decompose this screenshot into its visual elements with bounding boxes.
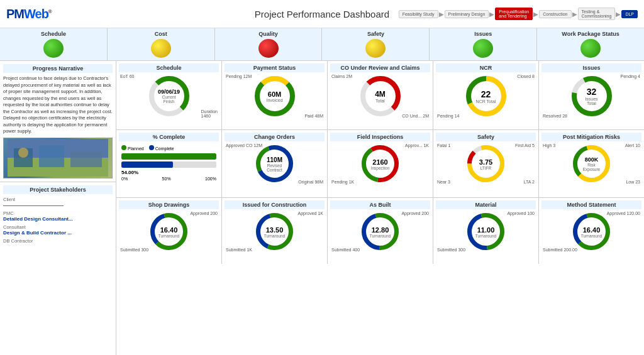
svg-rect-5 — [70, 151, 102, 167]
narrative-text: Project continue to face delays due to C… — [3, 75, 113, 135]
phase-preliminary[interactable]: Preliminary Design — [445, 10, 489, 18]
metrics-row-3: Shop Drawings Approved 200 16.40 Turnaro… — [116, 198, 644, 264]
issues-value: 32 — [580, 87, 602, 97]
sd-title: Shop Drawings — [119, 200, 219, 209]
pm-value: 800K — [581, 156, 602, 163]
status-quality: Quality — [215, 28, 323, 60]
stakeholder-pmc: PMC Detailed Design Consultant... — [3, 210, 113, 222]
phase-arrow4: ▶ — [572, 11, 577, 18]
ncr-closed-label: Closed 8 — [517, 74, 535, 79]
status-work-package: Work Package Status — [537, 28, 644, 60]
safety-sub: LTIFR — [479, 165, 492, 170]
schedule-title: Schedule — [119, 63, 219, 72]
ms-sub: Turnaround — [581, 233, 602, 238]
safety-cell: Safety Fatal 1 First Aid 5 3.75 LTIFR — [433, 130, 539, 197]
mat-value: 11.00 — [475, 226, 496, 233]
ab-value: 12.80 — [370, 226, 391, 233]
field-inspections-cell: Field Inspections Approv... 1K 2160 Insp… — [328, 130, 433, 197]
cost-indicator — [151, 39, 171, 58]
sd-sub: Turnaround — [158, 233, 179, 238]
sd-value: 16.40 — [158, 226, 179, 233]
mat-sub: Turnaround — [475, 233, 496, 238]
ms-value: 16.40 — [581, 226, 602, 233]
schedule-cell: Schedule EoT 60 09/06/19 Current Finish — [116, 61, 222, 129]
safety-value: 3.75 — [479, 158, 492, 165]
pct-title: % Complete — [119, 133, 219, 141]
stakeholder-consultant: Consultant Design & Build Contractor ... — [3, 224, 113, 236]
pct-axis: 0% 50% 100% — [121, 177, 216, 181]
pm-high-label: High 3 — [543, 143, 555, 148]
pct-legend: Planned Complete — [121, 145, 216, 151]
issues-resolved-label: Resolved 28 — [543, 114, 567, 118]
ab-title: As Built — [330, 200, 430, 209]
phase-testing[interactable]: Testing &Commissioning — [578, 8, 616, 20]
logo: PMWeb® — [6, 7, 52, 21]
ms-title: Method Statement — [541, 200, 641, 209]
safety-firstaid-label: First Aid 5 — [515, 143, 535, 148]
metrics-row-2: % Complete Planned Complete — [116, 130, 644, 198]
co-claims-label: Claims 2M — [331, 74, 352, 79]
pct-value: 54.00% — [121, 170, 216, 175]
ifc-approved-label: Approved 1K — [298, 211, 323, 216]
fi-title: Field Inspections — [330, 133, 430, 141]
as-built-cell: As Built Approved 200 12.80 Turnaround — [328, 198, 433, 264]
status-row: Schedule Cost Quality Safety Issues Work… — [0, 28, 644, 61]
co-title: CO Under Review and Claims — [330, 63, 430, 72]
project-image — [3, 138, 113, 178]
issues-indicator — [473, 39, 493, 58]
co-sub: Total — [375, 99, 386, 103]
fi-approved-label: Approv... 1K — [405, 143, 429, 148]
schedule-date: 09/06/19 — [158, 89, 180, 95]
fi-pending-label: Pending 1K — [331, 180, 354, 184]
pm-alert-label: Alert 10 — [625, 143, 640, 148]
shop-drawings-cell: Shop Drawings Approved 200 16.40 Turnaro… — [116, 198, 222, 264]
co-orders-original: Original 98M — [298, 180, 323, 184]
safety-indicator — [365, 39, 386, 58]
pm-title: Post Mitigation Risks — [541, 133, 641, 141]
safety-title: Safety — [436, 133, 536, 141]
mat-approved-label: Approved 100 — [507, 211, 535, 216]
fi-value: 2160 — [371, 158, 390, 165]
right-content: Schedule EoT 60 09/06/19 Current Finish — [116, 61, 644, 355]
ab-approved-label: Approved 200 — [401, 211, 429, 216]
phase-arrow5: ▶ — [616, 11, 621, 18]
issues-cell: Issues Pending 4 32 Issues Total Resolv — [539, 61, 644, 129]
phase-prequalification[interactable]: Prequalificationand Tendering — [495, 8, 533, 20]
stakeholders-title: Project Stakeholders — [3, 185, 113, 194]
phase-arrow2: ▶ — [489, 11, 494, 18]
co-review-cell: CO Under Review and Claims Claims 2M 4M … — [328, 61, 433, 129]
issues-sub: Issues Total — [580, 97, 602, 106]
status-cost: Cost — [108, 28, 215, 60]
phase-bar: Feasibility Study ▶ Preliminary Design ▶… — [399, 8, 638, 20]
left-panel: Progress Narrative Project continue to f… — [0, 61, 116, 355]
co-orders-title: Change Orders — [225, 133, 325, 141]
svg-point-4 — [18, 148, 28, 158]
mat-title: Material — [436, 200, 536, 209]
safety-near-label: Near 3 — [437, 180, 450, 184]
co-co-label: CO Und... 2M — [402, 114, 429, 118]
payment-pending-label: Pending 12M — [226, 74, 252, 79]
phase-feasibility[interactable]: Feasibility Study — [399, 10, 438, 18]
phase-dlp[interactable]: DLP — [621, 10, 638, 18]
co-value: 4M — [375, 90, 386, 99]
co-orders-sub: Revised Contract — [264, 163, 285, 172]
payment-paid-label: Paid 48M — [304, 114, 323, 118]
method-statement-cell: Method Statement Approved 120.00 16.40 T… — [539, 198, 644, 264]
status-safety: Safety — [322, 28, 430, 60]
mat-submitted-label: Submitted 300 — [437, 248, 465, 252]
safety-lta-label: LTA 2 — [524, 180, 535, 184]
fi-sub: Inspection — [371, 165, 390, 170]
ms-submitted-label: Submitted 200.00 — [543, 248, 577, 252]
phase-construction[interactable]: Construction — [539, 10, 571, 18]
narrative-section: Progress Narrative Project continue to f… — [0, 61, 116, 182]
ifc-cell: Issued for Construction Approved 1K 13.5… — [222, 198, 328, 264]
sd-approved-label: Approved 200 — [190, 211, 218, 216]
stakeholder-db-contractor: DB Contractor — [3, 238, 113, 244]
phase-arrow3: ▶ — [533, 11, 538, 18]
pct-complete-cell: % Complete Planned Complete — [116, 130, 222, 197]
phase-arrow1: ▶ — [439, 11, 444, 18]
metrics-row-1: Schedule EoT 60 09/06/19 Current Finish — [116, 61, 644, 130]
page-title: Project Performance Dashboard — [255, 9, 389, 19]
stakeholders-section: Project Stakeholders Client ————————————… — [0, 182, 116, 356]
eot-label: EoT 60 — [120, 74, 134, 79]
